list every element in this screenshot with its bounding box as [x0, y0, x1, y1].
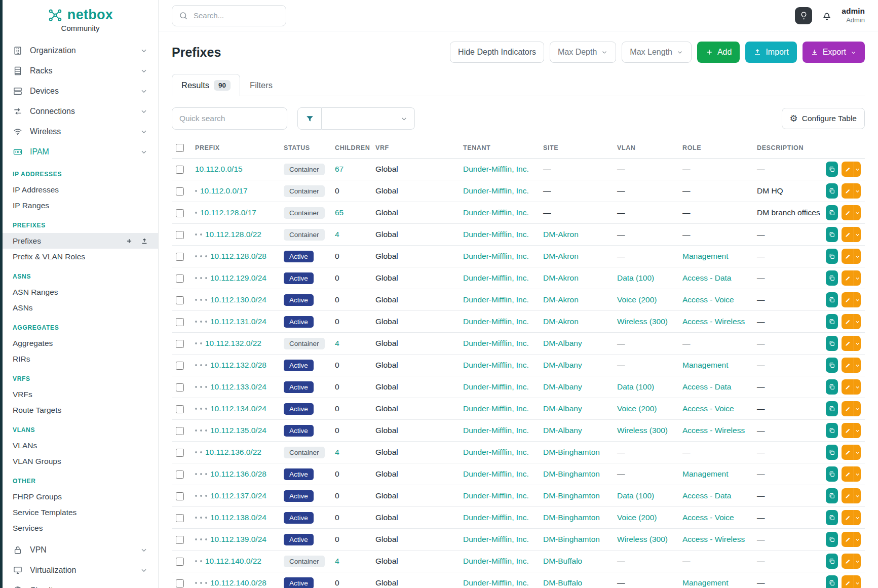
tenant-link[interactable]: Dunder-Mifflin, Inc. [463, 557, 529, 565]
edit-split-button[interactable] [842, 532, 861, 547]
edit-split-button[interactable] [842, 423, 861, 438]
edit-dropdown-caret[interactable] [854, 314, 861, 329]
edit-dropdown-caret[interactable] [854, 227, 861, 242]
sidebar-item-vlans[interactable]: VLANs [3, 438, 158, 453]
edit-dropdown-caret[interactable] [854, 488, 861, 503]
edit-split-button[interactable] [842, 227, 861, 242]
vlan-cell[interactable]: Wireless (300) [617, 426, 668, 435]
edit-dropdown-caret[interactable] [854, 575, 861, 588]
notifications-button[interactable] [821, 10, 832, 21]
site-cell[interactable]: DM-Albany [543, 339, 582, 347]
edit-dropdown-caret[interactable] [854, 162, 861, 177]
children-count[interactable]: 4 [335, 230, 339, 239]
row-checkbox[interactable] [176, 449, 184, 457]
role-cell[interactable]: Access - Voice [682, 295, 734, 304]
edit-split-button[interactable] [842, 205, 861, 220]
filter-button[interactable] [297, 107, 322, 130]
children-count[interactable]: 4 [335, 448, 339, 456]
edit-dropdown-caret[interactable] [854, 270, 861, 286]
edit-dropdown-caret[interactable] [854, 358, 861, 373]
site-cell[interactable]: DM-Albany [543, 404, 582, 413]
edit-dropdown-caret[interactable] [854, 401, 861, 416]
role-cell[interactable]: Access - Data [682, 382, 731, 391]
edit-split-button[interactable] [842, 401, 861, 416]
edit-split-button[interactable] [842, 554, 861, 569]
prefix-link[interactable]: 10.112.133.0/24 [210, 382, 266, 391]
edit-button[interactable] [842, 423, 854, 438]
edit-button[interactable] [842, 445, 854, 460]
prefix-link[interactable]: 10.112.136.0/28 [210, 469, 266, 478]
column-header-vrf[interactable]: VRF [371, 138, 459, 159]
tenant-link[interactable]: Dunder-Mifflin, Inc. [463, 448, 529, 456]
quick-search-input[interactable] [172, 107, 287, 130]
role-cell[interactable]: Access - Wireless [682, 535, 745, 543]
children-count[interactable]: 4 [335, 557, 339, 565]
sidebar-item-connections[interactable]: Connections [3, 101, 158, 122]
user-menu[interactable]: admin Admin [842, 7, 865, 24]
edit-button[interactable] [842, 249, 854, 264]
role-cell[interactable]: Access - Wireless [682, 317, 745, 326]
sidebar-item-devices[interactable]: Devices [3, 81, 158, 101]
edit-dropdown-caret[interactable] [854, 423, 861, 438]
role-cell[interactable]: Access - Voice [682, 404, 734, 413]
tab-results[interactable]: Results 90 [172, 74, 240, 96]
column-header-prefix[interactable]: PREFIX [191, 138, 280, 159]
copy-button[interactable] [826, 575, 838, 588]
saved-filter-select[interactable] [322, 107, 415, 130]
edit-button[interactable] [842, 314, 854, 329]
site-cell[interactable]: DM-Binghamton [543, 513, 600, 522]
tenant-link[interactable]: Dunder-Mifflin, Inc. [463, 339, 529, 347]
select-all-checkbox[interactable] [176, 144, 184, 152]
edit-dropdown-caret[interactable] [854, 249, 861, 264]
sidebar-item-asn-ranges[interactable]: ASN Ranges [3, 284, 158, 300]
edit-split-button[interactable] [842, 466, 861, 482]
edit-button[interactable] [842, 466, 854, 482]
copy-button[interactable] [826, 162, 838, 177]
tenant-link[interactable]: Dunder-Mifflin, Inc. [463, 578, 529, 587]
row-checkbox[interactable] [176, 209, 184, 217]
site-cell[interactable]: DM-Binghamton [543, 535, 600, 543]
search-input[interactable] [193, 11, 279, 20]
vlan-cell[interactable]: Data (100) [617, 382, 654, 391]
copy-button[interactable] [826, 401, 838, 416]
edit-button[interactable] [842, 401, 854, 416]
row-checkbox[interactable] [176, 405, 184, 413]
prefix-link[interactable]: 10.112.0.0/17 [200, 186, 248, 195]
tenant-link[interactable]: Dunder-Mifflin, Inc. [463, 165, 529, 173]
row-checkbox[interactable] [176, 558, 184, 566]
sidebar-item-racks[interactable]: Racks [3, 61, 158, 81]
edit-dropdown-caret[interactable] [854, 532, 861, 547]
role-cell[interactable]: Access - Voice [682, 513, 734, 522]
sidebar-item-organization[interactable]: Organization [3, 41, 158, 61]
prefix-link[interactable]: 10.112.138.0/24 [210, 513, 266, 522]
edit-dropdown-caret[interactable] [854, 292, 861, 307]
prefix-link[interactable]: 10.112.129.0/24 [210, 273, 266, 282]
edit-button[interactable] [842, 292, 854, 307]
row-checkbox[interactable] [176, 340, 184, 348]
prefix-link[interactable]: 10.112.139.0/24 [210, 535, 266, 543]
sidebar-item-ipam[interactable]: IPAM [3, 142, 158, 162]
site-cell[interactable]: DM-Akron [543, 252, 579, 260]
role-cell[interactable]: Management [682, 361, 728, 369]
edit-button[interactable] [842, 358, 854, 373]
row-checkbox[interactable] [176, 579, 184, 587]
sidebar-item-wireless[interactable]: Wireless [3, 122, 158, 142]
edit-split-button[interactable] [842, 162, 861, 177]
site-cell[interactable]: DM-Binghamton [543, 448, 600, 456]
hide-depth-indicators-button[interactable]: Hide Depth Indicators [450, 42, 544, 63]
prefix-link[interactable]: 10.112.131.0/24 [210, 317, 266, 326]
copy-button[interactable] [826, 227, 838, 242]
add-prefix-button[interactable] [126, 238, 133, 245]
edit-dropdown-caret[interactable] [854, 466, 861, 482]
column-header-role[interactable]: ROLE [678, 138, 753, 159]
edit-button[interactable] [842, 532, 854, 547]
tenant-link[interactable]: Dunder-Mifflin, Inc. [463, 295, 529, 304]
prefix-link[interactable]: 10.112.0.0/15 [195, 165, 243, 173]
edit-button[interactable] [842, 488, 854, 503]
sidebar-item-circuits[interactable]: Circuits [3, 580, 158, 588]
copy-button[interactable] [826, 379, 838, 395]
children-count[interactable]: 65 [335, 208, 343, 217]
column-header-children[interactable]: CHILDREN [331, 138, 371, 159]
tenant-link[interactable]: Dunder-Mifflin, Inc. [463, 426, 529, 435]
row-checkbox[interactable] [176, 253, 184, 261]
